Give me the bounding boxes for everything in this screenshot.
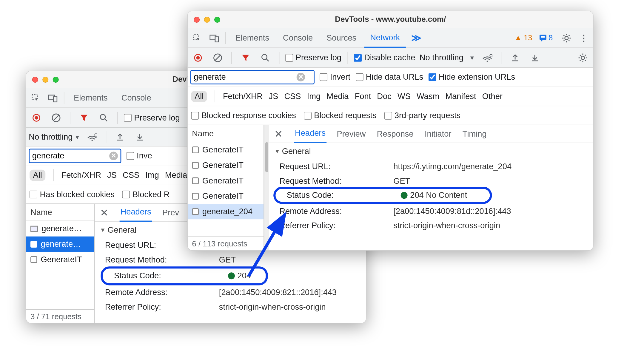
type-all[interactable]: All (30, 169, 45, 180)
detail-tab-headers[interactable]: Headers (120, 204, 152, 222)
tab-elements[interactable]: Elements (68, 88, 114, 108)
detail-tab-response[interactable]: Response (376, 125, 415, 143)
record-button[interactable] (190, 50, 206, 65)
type-img[interactable]: Img (145, 170, 159, 180)
value-referrer: strict-origin-when-cross-origin (393, 221, 500, 231)
inspect-icon[interactable] (28, 90, 43, 106)
hide-extension-urls-checkbox[interactable]: Hide extension URLs (429, 72, 515, 82)
svg-rect-2 (54, 97, 57, 102)
detail-tab-preview[interactable]: Prev (161, 204, 180, 222)
kebab-menu-icon[interactable]: ⋮ (576, 30, 591, 46)
request-row[interactable]: GenerateIT (188, 142, 264, 158)
tab-network[interactable]: Network (364, 28, 406, 48)
label-status: Status Code: (104, 271, 228, 281)
blocked-response-cookies-checkbox[interactable]: Blocked response cookies (191, 111, 296, 120)
search-icon[interactable] (96, 110, 112, 125)
network-settings-icon[interactable] (575, 50, 591, 65)
type-img[interactable]: Img (307, 92, 321, 101)
request-row[interactable]: generate… (26, 221, 94, 237)
type-media[interactable]: Media (165, 170, 187, 180)
type-fetch[interactable]: Fetch/XHR (223, 92, 263, 101)
network-conditions-icon[interactable] (84, 129, 100, 145)
more-tabs-icon[interactable]: ≫ (408, 32, 424, 43)
request-row[interactable]: GenerateIT (26, 252, 94, 267)
request-row[interactable]: GenerateIT (188, 158, 264, 173)
type-font[interactable]: Font (355, 92, 371, 101)
type-wasm[interactable]: Wasm (417, 92, 439, 101)
upload-icon[interactable] (507, 50, 523, 65)
main-tabs: Elements Console Sources Network ≫ ▲13 8… (188, 28, 593, 48)
value-status: 204 No Content (410, 191, 467, 200)
clear-filter-icon[interactable]: × (297, 72, 305, 81)
network-conditions-icon[interactable] (479, 50, 495, 65)
label-status: Status Code: (276, 191, 400, 200)
filter-input[interactable]: × (190, 70, 315, 84)
invert-checkbox[interactable]: Inve (127, 151, 152, 160)
name-column-header[interactable]: Name (188, 125, 264, 142)
type-css[interactable]: CSS (123, 170, 139, 180)
clear-button[interactable] (48, 110, 64, 125)
svg-point-26 (262, 54, 267, 59)
type-manifest[interactable]: Manifest (445, 92, 476, 101)
disable-cache-checkbox[interactable]: Disable cache (354, 53, 415, 62)
label-method: Request Method: (95, 255, 219, 265)
clear-button[interactable] (210, 50, 226, 65)
record-button[interactable] (29, 110, 44, 125)
type-media[interactable]: Media (326, 92, 349, 101)
type-ws[interactable]: WS (398, 92, 411, 101)
detail-tab-headers[interactable]: Headers (294, 125, 326, 143)
close-detail-icon[interactable]: ✕ (272, 128, 284, 140)
svg-point-15 (565, 36, 568, 39)
throttling-select[interactable]: No throttling▼ (29, 132, 80, 142)
name-column-header[interactable]: Name (26, 204, 94, 221)
type-css[interactable]: CSS (284, 92, 301, 101)
tab-sources[interactable]: Sources (321, 28, 362, 48)
label-method: Request Method: (269, 177, 393, 186)
request-row[interactable]: GenerateIT (188, 173, 264, 189)
document-icon (192, 208, 199, 215)
filter-icon[interactable] (76, 110, 92, 125)
invert-checkbox[interactable]: Invert (320, 72, 350, 82)
general-section-header[interactable]: ▼General (269, 143, 593, 160)
filter-input[interactable]: × (29, 149, 121, 163)
filter-icon[interactable] (238, 50, 253, 65)
detail-tab-initiator[interactable]: Initiator (424, 125, 452, 143)
request-row[interactable]: GenerateIT (188, 189, 264, 204)
upload-icon[interactable] (113, 129, 128, 145)
document-icon (192, 162, 199, 169)
detail-tab-preview[interactable]: Preview (336, 125, 367, 143)
download-icon[interactable] (527, 50, 543, 65)
request-count: 3 / 71 requests (26, 309, 94, 323)
type-all[interactable]: All (191, 91, 207, 102)
hide-data-urls-checkbox[interactable]: Hide data URLs (355, 72, 423, 82)
preserve-log-checkbox[interactable]: Preserve log (285, 53, 341, 62)
value-remote: [2a00:1450:4009:821::2016]:443 (219, 288, 337, 297)
type-js[interactable]: JS (107, 170, 117, 180)
type-fetch[interactable]: Fetch/XHR (61, 170, 101, 180)
download-icon[interactable] (132, 129, 148, 145)
tab-elements[interactable]: Elements (229, 28, 275, 48)
type-other[interactable]: Other (482, 92, 503, 101)
detail-tab-timing[interactable]: Timing (462, 125, 488, 143)
search-icon[interactable] (258, 50, 273, 65)
device-toolbar-icon[interactable] (207, 30, 222, 46)
close-detail-icon[interactable]: ✕ (98, 207, 110, 219)
blocked-requests-checkbox[interactable]: Blocked requests (304, 111, 377, 120)
throttling-select[interactable]: No throttling ▼ (420, 53, 475, 62)
blocked-requests-checkbox[interactable]: Blocked R (122, 189, 170, 199)
preserve-log-checkbox[interactable]: Preserve log (124, 113, 180, 122)
type-js[interactable]: JS (269, 92, 278, 101)
tab-console[interactable]: Console (277, 28, 319, 48)
tab-console[interactable]: Console (115, 88, 157, 108)
warnings-badge[interactable]: ▲13 (514, 33, 532, 42)
has-blocked-cookies-checkbox[interactable]: Has blocked cookies (30, 189, 115, 199)
messages-badge[interactable]: 8 (539, 33, 553, 42)
type-doc[interactable]: Doc (377, 92, 392, 101)
third-party-checkbox[interactable]: 3rd-party requests (384, 111, 460, 120)
clear-filter-icon[interactable]: × (109, 152, 118, 160)
request-row[interactable]: generate… (26, 237, 94, 252)
settings-icon[interactable] (559, 30, 574, 46)
device-toolbar-icon[interactable] (45, 90, 61, 106)
value-request-url: https://i.ytimg.com/generate_204 (393, 162, 511, 172)
inspect-icon[interactable] (189, 30, 205, 46)
